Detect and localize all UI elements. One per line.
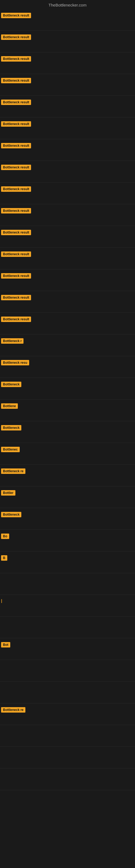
bottleneck-badge[interactable]: Bottleneck result	[1, 56, 31, 62]
result-row: Bottleneck	[0, 508, 135, 530]
result-row: Bottleneck result	[0, 269, 135, 291]
result-row: Bottleneck result	[0, 118, 135, 139]
page-wrapper: TheBottlenecker.com Bottleneck resultBot…	[0, 0, 135, 868]
bottleneck-badge[interactable]: Bottlene	[1, 403, 18, 409]
bottleneck-badge[interactable]: B	[1, 555, 7, 561]
result-row	[0, 660, 135, 682]
result-row: Bottleneck r	[0, 335, 135, 356]
bottleneck-badge[interactable]: Bottlenec	[1, 447, 20, 452]
bottleneck-badge[interactable]: Bottleneck	[1, 512, 21, 517]
pipe-indicator: |	[1, 599, 2, 603]
bottleneck-badge[interactable]: Bottleneck result	[1, 230, 31, 235]
result-row: Bottlene	[0, 400, 135, 421]
result-row: Bottleneck result	[0, 291, 135, 313]
result-row: Bottleneck re	[0, 465, 135, 486]
result-row: Bottleneck result	[0, 313, 135, 335]
bottleneck-badge[interactable]: Bottleneck r	[1, 338, 24, 344]
result-row: Bottler	[0, 486, 135, 508]
bottleneck-badge[interactable]: Bot	[1, 642, 10, 648]
bottleneck-badge[interactable]: Bottleneck result	[1, 78, 31, 83]
bottleneck-badge[interactable]: Bottleneck	[1, 382, 21, 387]
result-row: Bo	[0, 530, 135, 552]
result-row: Bottleneck result	[0, 96, 135, 118]
result-row: Bottleneck result	[0, 183, 135, 204]
result-row	[0, 769, 135, 790]
site-title: TheBottlenecker.com	[0, 0, 135, 9]
bottleneck-badge[interactable]: Bottleneck result	[1, 143, 31, 148]
bottleneck-badge[interactable]: Bottleneck resu	[1, 360, 29, 365]
bottleneck-badge[interactable]: Bottleneck result	[1, 34, 31, 40]
result-row: |	[0, 595, 135, 617]
result-row: Bottleneck result	[0, 161, 135, 183]
result-row: B	[0, 552, 135, 573]
bottleneck-badge[interactable]: Bottleneck	[1, 425, 21, 431]
result-row	[0, 747, 135, 769]
bottleneck-badge[interactable]: Bottleneck result	[1, 121, 31, 127]
result-row: Bot	[0, 638, 135, 660]
result-row: Bottleneck resu	[0, 356, 135, 378]
result-row: Bottleneck	[0, 421, 135, 443]
bottleneck-badge[interactable]: Bo	[1, 533, 9, 539]
bottleneck-badge[interactable]: Bottleneck result	[1, 99, 31, 105]
bottleneck-badge[interactable]: Bottleneck result	[1, 273, 31, 279]
bottleneck-badge[interactable]: Bottleneck result	[1, 208, 31, 214]
result-row: Bottleneck result	[0, 9, 135, 31]
result-row: Bottleneck result	[0, 139, 135, 161]
result-row: Bottleneck result	[0, 31, 135, 52]
bottleneck-badge[interactable]: Bottleneck result	[1, 316, 31, 322]
result-row: Bottleneck result	[0, 248, 135, 269]
result-row	[0, 617, 135, 638]
bottleneck-badge[interactable]: Bottleneck result	[1, 165, 31, 170]
bottleneck-badge[interactable]: Bottler	[1, 490, 15, 496]
bottleneck-badge[interactable]: Bottleneck result	[1, 186, 31, 192]
bottleneck-badge[interactable]: Bottleneck re	[1, 468, 26, 474]
result-row: Bottleneck result	[0, 204, 135, 226]
result-row: Bottleneck	[0, 378, 135, 400]
bottleneck-badge[interactable]: Bottleneck result	[1, 13, 31, 18]
result-row: Bottlenec	[0, 443, 135, 465]
result-row	[0, 573, 135, 595]
bottleneck-badge[interactable]: Bottleneck result	[1, 251, 31, 257]
result-row	[0, 682, 135, 703]
bottleneck-badge[interactable]: Bottleneck re	[1, 707, 26, 713]
result-row: Bottleneck result	[0, 74, 135, 96]
result-row: Bottleneck result	[0, 52, 135, 74]
result-row: Bottleneck result	[0, 226, 135, 248]
bottleneck-badge[interactable]: Bottleneck result	[1, 295, 31, 300]
result-row: Bottleneck re	[0, 703, 135, 725]
result-row	[0, 725, 135, 747]
